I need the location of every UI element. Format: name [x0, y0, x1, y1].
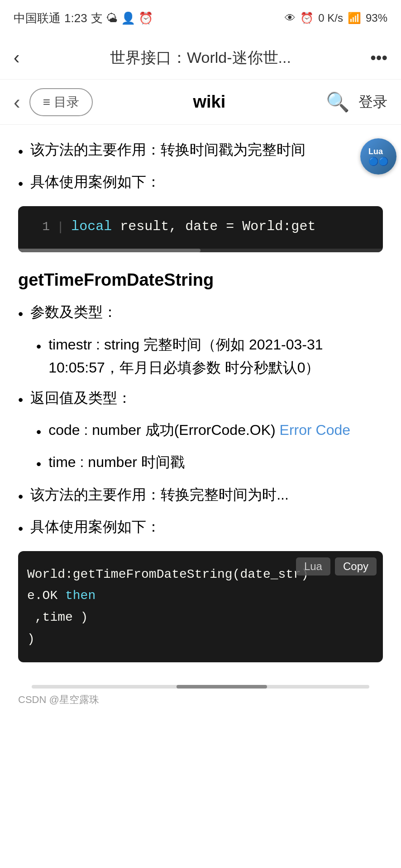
status-bar: 中国联通 1:23 支 🌤 👤 ⏰ 👁 ⏰ 0 K/s 📶 93%: [0, 0, 401, 36]
code-keyword-local: local: [71, 219, 112, 234]
return-bullet: •: [18, 388, 23, 411]
status-left: 中国联通 1:23 支 🌤 👤 ⏰: [14, 10, 153, 26]
code-scrollbar-1[interactable]: [18, 249, 383, 252]
top-nav-more-button[interactable]: •••: [360, 48, 387, 67]
bullet-icon-4: •: [18, 517, 23, 540]
status-time: 1:23: [64, 11, 87, 25]
return-code-bullet: •: [36, 420, 41, 443]
bottom-scrollbar[interactable]: [32, 685, 369, 689]
eye-icon: 👁: [285, 12, 296, 24]
bottom-left-label: CSDN @星空露珠: [18, 693, 99, 707]
param-timestr-bullet: •: [36, 335, 41, 358]
top-nav-title: 世界接口：World-迷你世...: [41, 47, 360, 68]
wiki-search-button[interactable]: 🔍: [326, 91, 349, 113]
bottom-meta: CSDN @星空露珠: [18, 689, 383, 711]
bullet-text-4: 具体使用案例如下：: [30, 515, 161, 538]
params-label-text: 参数及类型：: [30, 301, 117, 324]
code-line-1: 1 | local result, date = World:get: [18, 219, 383, 234]
code-lang-label: Lua: [296, 557, 330, 576]
return-time-text: time : number 时间戳: [48, 451, 185, 474]
code-toolbar: Lua Copy: [296, 557, 377, 576]
return-time: • time : number 时间戳: [18, 451, 383, 476]
wiki-menu-button[interactable]: ≡ 目录: [29, 88, 93, 116]
battery-level: 93%: [366, 12, 387, 24]
top-nav: ‹ 世界接口：World-迷你世... •••: [0, 36, 401, 80]
bottom-area: CSDN @星空露珠: [0, 676, 401, 720]
code-copy-button[interactable]: Copy: [335, 557, 377, 576]
return-time-bullet: •: [36, 453, 41, 476]
bullet-text-2: 具体使用案例如下：: [30, 170, 161, 193]
param-timestr-text: timestr : string 完整时间（例如 2021-03-31 10:0…: [48, 333, 383, 379]
bullet-icon-3: •: [18, 485, 23, 508]
bullet-item-2: • 具体使用案例如下：: [18, 170, 383, 195]
bullet-text-1: 该方法的主要作用：转换时间戳为完整时间: [30, 138, 306, 161]
wiki-back-button[interactable]: ‹: [14, 91, 20, 113]
code-block-2: Lua Copy World:getTimeFromDateString(dat…: [18, 551, 383, 662]
status-right: 👁 ⏰ 0 K/s 📶 93%: [285, 12, 387, 24]
return-label: • 返回值及类型：: [18, 387, 383, 411]
code-bottom-text: World:getTimeFromDateString(date_str) e.…: [27, 564, 374, 650]
line-separator-1: |: [59, 219, 62, 234]
carrier: 中国联通: [14, 10, 61, 26]
error-code-link[interactable]: Error Code: [280, 422, 351, 438]
bullet-text-3: 该方法的主要作用：转换完整时间为时...: [30, 483, 289, 506]
main-content: Lua🔵🔵 • 该方法的主要作用：转换时间戳为完整时间 • 具体使用案例如下： …: [0, 125, 401, 676]
return-label-text: 返回值及类型：: [30, 387, 132, 410]
bullet-item-4: • 具体使用案例如下：: [18, 515, 383, 540]
line-number-1: 1: [27, 220, 50, 234]
bullet-item-1: • 该方法的主要作用：转换时间戳为完整时间: [18, 138, 383, 163]
section-heading: getTimeFromDateString: [18, 270, 383, 290]
status-icons: 支 🌤 👤 ⏰: [91, 10, 153, 26]
code-scrollbar-thumb-1: [18, 249, 200, 252]
return-code-text: code : number 成功(ErrorCode.OK) Error Cod…: [48, 419, 350, 442]
network-speed: 0 K/s: [318, 12, 343, 24]
return-code: • code : number 成功(ErrorCode.OK) Error C…: [18, 419, 383, 443]
params-bullet: •: [18, 302, 23, 326]
code-text-1: local result, date = World:get: [71, 219, 315, 234]
wiki-login-button[interactable]: 登录: [358, 92, 387, 112]
lua-badge: Lua🔵🔵: [360, 138, 396, 175]
code-block-1: 1 | local result, date = World:get: [18, 206, 383, 252]
wifi-icon: 📶: [348, 12, 361, 24]
code-var-result: result, date = World:get: [120, 219, 315, 234]
code-block-1-inner[interactable]: 1 | local result, date = World:get: [18, 206, 383, 247]
bullet-icon-1: •: [18, 140, 23, 163]
top-nav-back-button[interactable]: ‹: [14, 47, 41, 68]
lua-badge-text: Lua🔵🔵: [368, 147, 388, 166]
bullet-icon-2: •: [18, 172, 23, 195]
wiki-title: wiki: [102, 92, 317, 112]
param-timestr: • timestr : string 完整时间（例如 2021-03-31 10…: [18, 333, 383, 379]
wiki-nav: ‹ ≡ 目录 wiki 🔍 登录: [0, 80, 401, 125]
params-label: • 参数及类型：: [18, 301, 383, 326]
bottom-scrollbar-thumb: [177, 685, 267, 689]
alarm-icon: ⏰: [300, 12, 314, 24]
bullet-item-3: • 该方法的主要作用：转换完整时间为时...: [18, 483, 383, 508]
